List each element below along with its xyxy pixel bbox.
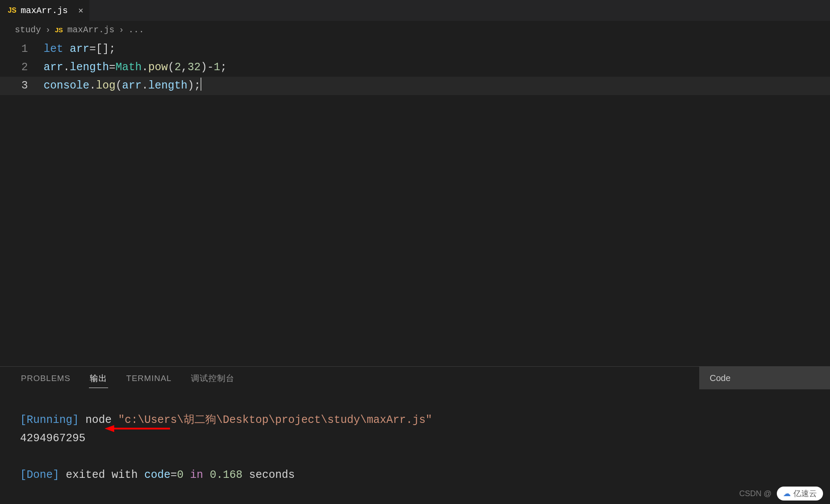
tab-terminal[interactable]: TERMINAL bbox=[126, 369, 173, 387]
line-number: 2 bbox=[0, 58, 44, 77]
close-icon[interactable]: × bbox=[78, 6, 84, 16]
code-content[interactable]: console.log(arr.length); bbox=[44, 77, 201, 95]
editor-tab[interactable]: JS maxArr.js × bbox=[0, 0, 90, 21]
js-file-icon: JS bbox=[8, 7, 17, 14]
tab-filename: maxArr.js bbox=[21, 6, 68, 16]
tab-bar: JS maxArr.js × bbox=[0, 0, 830, 21]
tab-debug-console[interactable]: 调试控制台 bbox=[190, 368, 235, 388]
breadcrumb[interactable]: study › JS maxArr.js › ... bbox=[0, 21, 830, 38]
watermark-csdn: CSDN @ bbox=[739, 489, 772, 498]
output-channel-selector[interactable]: Code bbox=[699, 367, 830, 389]
code-line[interactable]: 1 let arr=[]; bbox=[0, 40, 830, 58]
watermark-badge-text: 亿速云 bbox=[793, 488, 817, 499]
tab-output[interactable]: 输出 bbox=[89, 368, 108, 388]
tab-problems[interactable]: PROBLEMS bbox=[20, 369, 71, 387]
js-file-icon: JS bbox=[55, 26, 63, 34]
breadcrumb-folder[interactable]: study bbox=[15, 25, 41, 35]
code-line[interactable]: 2 arr.length=Math.pow(2,32)-1; bbox=[0, 58, 830, 77]
chevron-right-icon: › bbox=[45, 25, 51, 35]
code-line[interactable]: 3 console.log(arr.length); bbox=[0, 77, 830, 95]
code-content[interactable]: arr.length=Math.pow(2,32)-1; bbox=[44, 58, 227, 77]
breadcrumb-trailing: ... bbox=[128, 25, 144, 35]
line-number: 1 bbox=[0, 40, 44, 58]
chevron-right-icon: › bbox=[119, 25, 124, 35]
watermark: CSDN @ ☁ 亿速云 bbox=[739, 487, 823, 501]
text-cursor bbox=[201, 78, 201, 91]
breadcrumb-file[interactable]: maxArr.js bbox=[67, 25, 114, 35]
output-result: 4294967295 bbox=[20, 432, 85, 445]
output-channel-label: Code bbox=[710, 373, 731, 383]
code-editor[interactable]: 1 let arr=[]; 2 arr.length=Math.pow(2,32… bbox=[0, 38, 830, 370]
bottom-panel: PROBLEMS 输出 TERMINAL 调试控制台 Code [Running… bbox=[0, 366, 830, 504]
output-content[interactable]: [Running] node "c:\Users\胡二狗\Desktop\pro… bbox=[0, 389, 830, 484]
line-number: 3 bbox=[0, 77, 44, 95]
cloud-icon: ☁ bbox=[783, 489, 791, 498]
code-content[interactable]: let arr=[]; bbox=[44, 40, 116, 58]
watermark-badge: ☁ 亿速云 bbox=[777, 487, 823, 501]
